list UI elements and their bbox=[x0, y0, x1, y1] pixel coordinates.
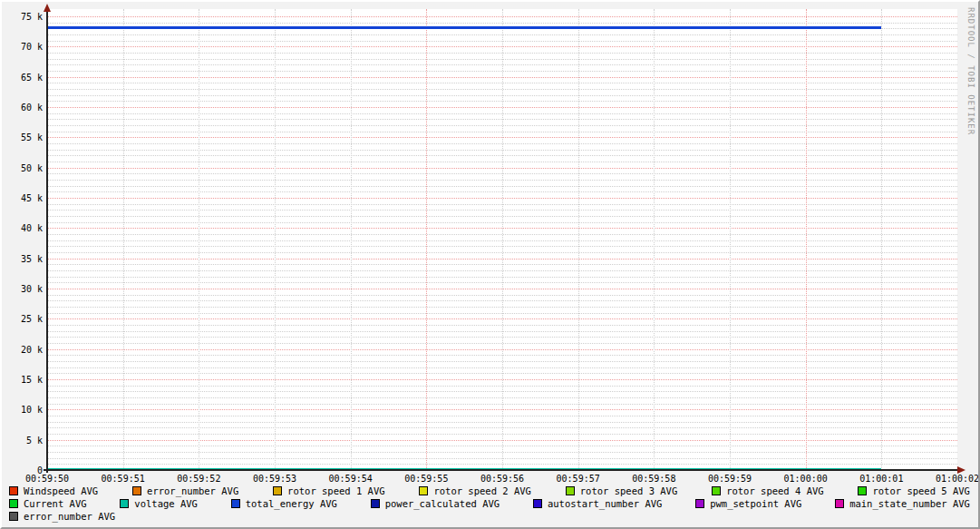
x-tick-label: 00:59:50 bbox=[18, 474, 76, 484]
legend-item: total_energy AVG bbox=[231, 497, 337, 510]
legend-label: voltage AVG bbox=[134, 498, 198, 509]
x-grid-minor bbox=[578, 9, 579, 470]
legend-label: total_energy AVG bbox=[246, 498, 337, 509]
x-grid-minor bbox=[654, 9, 655, 470]
legend-item: error_number AVG bbox=[132, 485, 238, 497]
x-tick-label: 00:59:59 bbox=[701, 474, 759, 484]
legend-color-swatch bbox=[835, 499, 844, 508]
y-tick-label: 75 k bbox=[2, 12, 43, 22]
x-axis bbox=[44, 469, 957, 471]
legend-label: rotor speed 2 AVG bbox=[433, 485, 530, 496]
legend: Windspeed AVGerror_number AVGrotor speed… bbox=[9, 485, 970, 523]
series-line-total_energy-avg bbox=[47, 26, 881, 29]
x-tick-label: 00:59:54 bbox=[322, 474, 380, 484]
legend-color-swatch bbox=[533, 499, 542, 508]
x-grid-minor bbox=[730, 9, 731, 470]
x-grid-minor bbox=[123, 9, 124, 470]
plot-area bbox=[47, 9, 957, 470]
x-tick-label: 01:00:01 bbox=[852, 474, 910, 484]
legend-label: Windspeed AVG bbox=[24, 485, 98, 496]
legend-item: Windspeed AVG bbox=[9, 485, 98, 497]
legend-color-swatch bbox=[371, 499, 380, 508]
x-tick-label: 00:59:58 bbox=[625, 474, 683, 484]
legend-item: main_state_number AVG bbox=[835, 497, 970, 510]
y-axis-arrow-icon bbox=[44, 4, 51, 12]
y-tick-label: 10 k bbox=[2, 405, 43, 415]
x-tick-label: 00:59:57 bbox=[549, 474, 607, 484]
legend-label: rotor speed 5 AVG bbox=[872, 485, 969, 496]
legend-label: rotor speed 4 AVG bbox=[726, 485, 823, 496]
legend-color-swatch bbox=[9, 512, 18, 521]
y-tick-label: 45 k bbox=[2, 193, 43, 203]
legend-row: Windspeed AVGerror_number AVGrotor speed… bbox=[9, 485, 970, 497]
x-grid-minor bbox=[881, 9, 882, 470]
y-tick-label: 30 k bbox=[2, 284, 43, 294]
y-tick-label: 20 k bbox=[2, 345, 43, 355]
legend-color-swatch bbox=[132, 486, 141, 495]
legend-item: rotor speed 1 AVG bbox=[273, 485, 384, 497]
legend-item: Current AVG bbox=[9, 497, 87, 510]
x-grid-major bbox=[806, 9, 807, 470]
x-grid-major bbox=[426, 9, 427, 470]
x-tick-label: 00:59:52 bbox=[170, 474, 228, 484]
legend-item: pwm_setpoint AVG bbox=[695, 497, 801, 510]
legend-label: pwm_setpoint AVG bbox=[710, 498, 801, 509]
x-tick-label: 00:59:51 bbox=[94, 474, 152, 484]
legend-color-swatch bbox=[858, 486, 867, 495]
legend-label: error_number AVG bbox=[24, 511, 115, 522]
x-grid-minor bbox=[199, 9, 199, 470]
y-tick-label: 65 k bbox=[2, 73, 43, 83]
legend-label: error_number AVG bbox=[147, 485, 238, 496]
legend-color-swatch bbox=[566, 486, 575, 495]
legend-item: power_calculated AVG bbox=[371, 497, 500, 510]
legend-item: voltage AVG bbox=[120, 497, 198, 510]
legend-color-swatch bbox=[273, 486, 282, 495]
y-tick-label: 70 k bbox=[2, 42, 43, 52]
x-tick-label: 00:59:53 bbox=[246, 474, 304, 484]
legend-label: power_calculated AVG bbox=[385, 498, 500, 509]
legend-label: main_state_number AVG bbox=[849, 498, 970, 509]
y-tick-label: 25 k bbox=[2, 314, 43, 324]
y-tick-label: 55 k bbox=[2, 132, 43, 142]
y-tick-label: 5 k bbox=[2, 436, 43, 446]
y-tick-label: 40 k bbox=[2, 223, 43, 233]
x-tick-label: 00:59:55 bbox=[397, 474, 455, 484]
legend-color-swatch bbox=[695, 499, 704, 508]
legend-item: rotor speed 3 AVG bbox=[566, 485, 677, 497]
legend-item: error_number AVG bbox=[9, 510, 115, 523]
legend-color-swatch bbox=[231, 499, 240, 508]
watermark-text: RRDTOOL / TOBI OETIKER bbox=[966, 7, 975, 135]
legend-label: Current AVG bbox=[24, 498, 87, 509]
x-tick-label: 01:00:02 bbox=[928, 474, 980, 484]
legend-item: autostart_number AVG bbox=[533, 497, 662, 510]
legend-item: rotor speed 5 AVG bbox=[858, 485, 969, 497]
legend-item: rotor speed 4 AVG bbox=[712, 485, 823, 497]
legend-color-swatch bbox=[9, 486, 18, 495]
y-tick-label: 50 k bbox=[2, 163, 43, 173]
x-tick-label: 01:00:00 bbox=[777, 474, 835, 484]
x-axis-arrow-icon bbox=[957, 466, 965, 474]
rrdtool-graph: 05 k10 k15 k20 k25 k30 k35 k40 k45 k50 k… bbox=[0, 0, 980, 529]
legend-color-swatch bbox=[120, 499, 129, 508]
legend-label: rotor speed 1 AVG bbox=[287, 485, 384, 496]
y-axis bbox=[46, 10, 48, 473]
legend-item: rotor speed 2 AVG bbox=[419, 485, 530, 497]
x-grid-minor bbox=[351, 9, 352, 470]
y-tick-label: 15 k bbox=[2, 375, 43, 385]
legend-label: rotor speed 3 AVG bbox=[580, 485, 677, 496]
legend-row: Current AVGvoltage AVGtotal_energy AVGpo… bbox=[9, 497, 970, 510]
y-tick-label: 60 k bbox=[2, 103, 43, 113]
x-grid-minor bbox=[275, 9, 276, 470]
x-grid-minor bbox=[502, 9, 503, 470]
legend-color-swatch bbox=[712, 486, 721, 495]
x-tick-label: 00:59:56 bbox=[473, 474, 531, 484]
legend-color-swatch bbox=[9, 499, 18, 508]
y-tick-label: 35 k bbox=[2, 254, 43, 264]
legend-label: autostart_number AVG bbox=[548, 498, 662, 509]
legend-color-swatch bbox=[419, 486, 428, 495]
legend-row: error_number AVG bbox=[9, 510, 970, 523]
